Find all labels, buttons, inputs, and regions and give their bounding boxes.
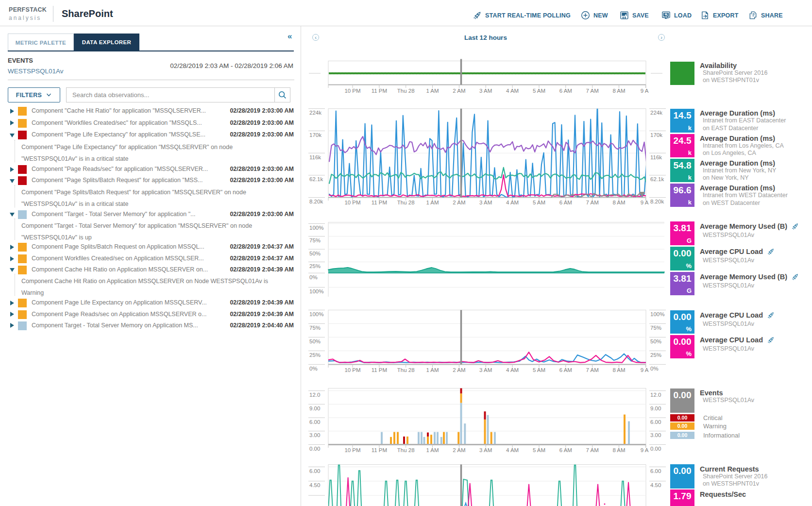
svg-text:75%: 75% — [650, 325, 661, 331]
svg-text:9 A: 9 A — [641, 200, 649, 205]
svg-text:6 AM: 6 AM — [559, 367, 572, 373]
svg-text:4 AM: 4 AM — [506, 367, 519, 373]
svg-text:50%: 50% — [650, 338, 661, 344]
svg-text:0%: 0% — [309, 274, 318, 280]
svg-text:6 AM: 6 AM — [559, 200, 572, 205]
svg-text:3 AM: 3 AM — [479, 88, 492, 94]
svg-text:12.0: 12.0 — [309, 392, 320, 398]
svg-text:62.1k: 62.1k — [650, 176, 664, 182]
svg-text:8 AM: 8 AM — [612, 367, 625, 373]
svg-text:1 AM: 1 AM — [426, 200, 439, 205]
svg-text:10 PM: 10 PM — [344, 200, 360, 205]
svg-text:11 PM: 11 PM — [372, 447, 387, 453]
svg-text:3.00: 3.00 — [650, 432, 661, 438]
svg-text:116k: 116k — [309, 154, 321, 160]
svg-text:100%: 100% — [650, 311, 664, 317]
svg-text:100%: 100% — [309, 311, 323, 317]
svg-text:3 AM: 3 AM — [479, 200, 492, 205]
svg-text:8.20k: 8.20k — [650, 199, 664, 204]
svg-text:6 AM: 6 AM — [559, 88, 572, 94]
svg-text:Thu 28: Thu 28 — [397, 88, 415, 94]
svg-text:1 AM: 1 AM — [426, 88, 439, 94]
svg-text:5 AM: 5 AM — [533, 88, 545, 94]
svg-text:6.00: 6.00 — [309, 468, 320, 474]
svg-text:1 AM: 1 AM — [426, 367, 439, 373]
svg-text:100%: 100% — [309, 225, 323, 231]
svg-text:5 AM: 5 AM — [533, 200, 545, 205]
svg-text:12.0: 12.0 — [650, 392, 661, 398]
svg-text:170k: 170k — [650, 132, 662, 138]
svg-text:3 AM: 3 AM — [479, 367, 492, 373]
svg-text:25%: 25% — [309, 263, 321, 269]
svg-text:5 AM: 5 AM — [533, 367, 545, 373]
svg-text:75%: 75% — [309, 325, 321, 331]
svg-text:5 AM: 5 AM — [533, 447, 545, 453]
svg-text:50%: 50% — [309, 338, 321, 344]
svg-text:2 AM: 2 AM — [453, 88, 465, 94]
svg-text:9.00: 9.00 — [650, 405, 661, 411]
svg-text:4 AM: 4 AM — [506, 447, 519, 453]
svg-text:25%: 25% — [650, 352, 661, 358]
svg-text:62.1k: 62.1k — [309, 176, 323, 182]
svg-text:0%: 0% — [309, 366, 318, 371]
svg-text:2 AM: 2 AM — [453, 200, 465, 205]
svg-text:0.00: 0.00 — [650, 446, 661, 452]
svg-text:170k: 170k — [309, 132, 321, 138]
svg-text:8.20k: 8.20k — [309, 199, 323, 204]
svg-text:6.00: 6.00 — [650, 419, 661, 425]
svg-text:8 AM: 8 AM — [612, 88, 625, 94]
svg-text:6.00: 6.00 — [650, 468, 661, 474]
svg-text:9 A: 9 A — [641, 88, 649, 94]
svg-text:3.00: 3.00 — [309, 432, 320, 438]
svg-text:4.50: 4.50 — [650, 482, 661, 488]
svg-text:4 AM: 4 AM — [506, 88, 519, 94]
svg-text:7 AM: 7 AM — [586, 447, 599, 453]
svg-text:0%: 0% — [650, 366, 659, 371]
svg-text:1 AM: 1 AM — [426, 447, 439, 453]
svg-text:2 AM: 2 AM — [453, 367, 465, 373]
svg-text:9 A: 9 A — [641, 447, 649, 453]
svg-text:9 A: 9 A — [641, 367, 649, 373]
svg-text:Thu 28: Thu 28 — [397, 367, 415, 373]
svg-text:10 PM: 10 PM — [344, 88, 360, 94]
svg-text:Thu 28: Thu 28 — [397, 200, 415, 205]
svg-text:8 AM: 8 AM — [612, 200, 625, 205]
svg-text:50%: 50% — [309, 251, 321, 256]
svg-text:100%: 100% — [309, 288, 323, 294]
svg-text:Thu 28: Thu 28 — [397, 447, 415, 453]
svg-text:3 AM: 3 AM — [479, 447, 492, 453]
svg-text:6 AM: 6 AM — [559, 447, 572, 453]
svg-text:11 PM: 11 PM — [372, 88, 387, 94]
svg-text:11 PM: 11 PM — [372, 367, 387, 373]
svg-text:116k: 116k — [650, 154, 662, 160]
svg-text:6.00: 6.00 — [309, 419, 320, 425]
svg-text:4.50: 4.50 — [309, 482, 320, 488]
svg-text:25%: 25% — [309, 352, 321, 358]
svg-text:2 AM: 2 AM — [453, 447, 465, 453]
svg-text:7 AM: 7 AM — [586, 88, 599, 94]
svg-text:7 AM: 7 AM — [586, 367, 599, 373]
svg-text:9.00: 9.00 — [309, 405, 320, 411]
svg-text:224k: 224k — [650, 110, 662, 116]
svg-text:10 PM: 10 PM — [344, 447, 360, 453]
svg-text:8 AM: 8 AM — [612, 447, 625, 453]
svg-text:10 PM: 10 PM — [344, 367, 360, 373]
svg-text:4 AM: 4 AM — [506, 200, 519, 205]
svg-text:224k: 224k — [309, 110, 321, 116]
svg-text:7 AM: 7 AM — [586, 200, 599, 205]
svg-text:75%: 75% — [309, 237, 321, 243]
svg-text:0.00: 0.00 — [309, 446, 320, 452]
svg-text:11 PM: 11 PM — [372, 200, 387, 205]
